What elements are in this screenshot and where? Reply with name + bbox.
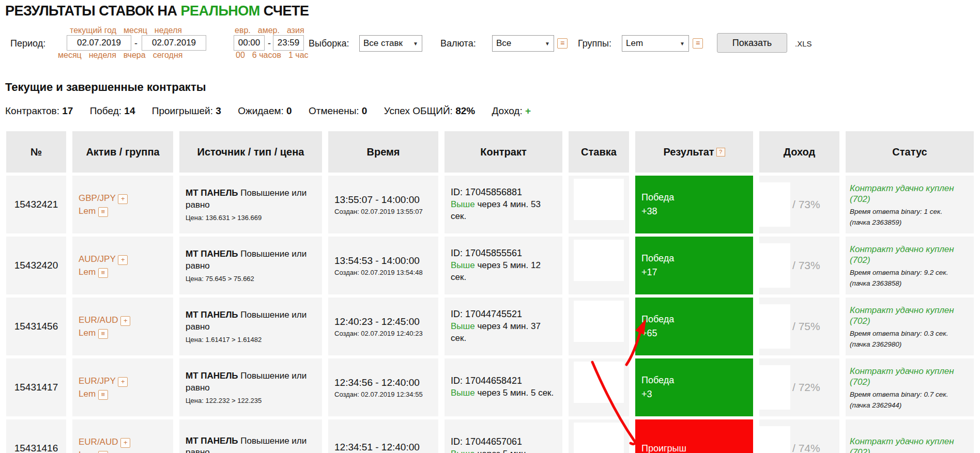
link-today[interactable]: сегодня <box>153 51 183 59</box>
income-cell: / 73% <box>759 237 839 294</box>
result-label: Победа <box>641 373 753 387</box>
col-header-income: Доход <box>759 131 839 173</box>
direction-label: Выше <box>451 321 475 331</box>
link-europe[interactable]: евр. <box>235 26 251 35</box>
date-from-input[interactable] <box>67 35 131 51</box>
link-00[interactable]: 00 <box>236 51 245 59</box>
result-label: Победа <box>641 252 753 265</box>
income-percent: / 75% <box>792 320 820 333</box>
link-yesterday[interactable]: вчера <box>124 51 146 59</box>
group-link[interactable]: Lem <box>79 328 96 338</box>
show-button[interactable]: Показать <box>717 33 787 53</box>
link-month[interactable]: месяц <box>58 51 82 59</box>
bet-cell <box>569 358 629 416</box>
time-cell: 12:34:56 - 12:40:00 Создан: 02.07.2019 1… <box>328 358 438 416</box>
list-icon[interactable]: ≡ <box>98 207 108 217</box>
expand-icon[interactable]: + <box>120 438 130 448</box>
time-from-input[interactable] <box>234 35 265 51</box>
asset-cell: EUR/JPY + Lem ≡ <box>72 358 173 416</box>
contract-cell: ID: 17044745521 Выше через 4 мин. 37 сек… <box>445 298 562 355</box>
contract-number: 15431416 <box>6 419 66 453</box>
expand-icon[interactable]: + <box>118 194 128 204</box>
link-america[interactable]: амер. <box>258 26 280 35</box>
currency-list-icon[interactable]: ≡ <box>557 38 568 49</box>
table-row: 15432421 GBP/JPY + Lem ≡ МТ ПАНЕЛЬ Повыш… <box>6 176 974 233</box>
link-6-hours[interactable]: 6 часов <box>252 51 281 59</box>
stat-success-total: Успех ОБЩИЙ: 82% <box>384 105 475 116</box>
chevron-down-icon: ▼ <box>413 41 418 46</box>
list-icon[interactable]: ≡ <box>98 390 108 400</box>
time-cell: 13:55:07 - 14:00:00 Создан: 02.07.2019 1… <box>328 176 438 233</box>
asset-cell: EUR/AUD + Lem ≡ <box>72 419 173 453</box>
currency-select[interactable]: Все ▼ <box>492 35 554 52</box>
status-main: Контракт удачно куплен (702) <box>850 244 972 266</box>
help-icon[interactable]: ? <box>716 148 725 157</box>
source-cell: МТ ПАНЕЛЬ Повышение или равно Цена: 1.61… <box>179 298 322 355</box>
hidden-income-amount <box>759 304 790 349</box>
income-expand-link[interactable]: + <box>525 105 531 116</box>
list-icon[interactable]: ≡ <box>98 451 108 453</box>
expand-icon[interactable]: + <box>118 377 128 387</box>
group-link[interactable]: Lem <box>79 389 96 399</box>
asset-link[interactable]: EUR/AUD <box>79 315 118 325</box>
period-label: Период: <box>10 38 45 49</box>
hidden-bet-amount <box>574 362 624 403</box>
result-cell: Победа +65 <box>635 298 753 355</box>
asset-link[interactable]: EUR/AUD <box>79 437 118 447</box>
col-header-source: Источник / тип / цена <box>179 131 322 173</box>
contract-cell: ID: 17045855561 Выше через 5 мин. 12 сек… <box>445 237 562 294</box>
status-batch: (пачка 2363859) <box>850 218 972 226</box>
hidden-income-amount <box>759 243 790 288</box>
asset-link[interactable]: AUD/JPY <box>79 254 116 264</box>
source-cell: МТ ПАНЕЛЬ Повышение или равно Цена: 122.… <box>179 358 322 416</box>
group-link[interactable]: Lem <box>79 206 96 216</box>
groups-select[interactable]: Lem ▼ <box>622 35 689 52</box>
groups-select-value: Lem <box>626 38 643 49</box>
status-response-time: Время ответа binary: 0.3 сек. <box>850 330 972 337</box>
status-cell: Контракт удачно куплен (702) <box>846 419 974 453</box>
expand-icon[interactable]: + <box>118 255 128 265</box>
date-to-input[interactable] <box>142 35 206 51</box>
link-current-year[interactable]: текущий год <box>70 26 116 35</box>
income-cell: / 75% <box>759 298 839 355</box>
result-cell: Победа +3 <box>635 358 753 416</box>
time-cell: 13:54:53 - 14:00:00 Создан: 02.07.2019 1… <box>328 237 438 294</box>
link-1-hour[interactable]: 1 час <box>288 51 309 59</box>
list-icon[interactable]: ≡ <box>98 268 108 278</box>
direction-label: Выше <box>451 449 475 453</box>
income-percent: / 72% <box>792 381 820 394</box>
contract-number: 15431456 <box>6 298 66 355</box>
asset-link[interactable]: GBP/JPY <box>79 193 116 203</box>
groups-list-icon[interactable]: ≡ <box>693 38 703 49</box>
hidden-income-amount <box>759 426 790 453</box>
link-week-top[interactable]: неделя <box>155 26 182 35</box>
group-link[interactable]: Lem <box>79 450 96 453</box>
status-batch: (пачка 2363858) <box>850 279 972 287</box>
stat-cancelled: Отменены: 0 <box>309 105 367 116</box>
income-percent: / 74% <box>792 442 820 453</box>
xls-export-link[interactable]: .XLS <box>795 39 812 48</box>
result-cell: Победа +17 <box>635 237 753 294</box>
table-header-row: № Актив / группа Источник / тип / цена В… <box>6 131 974 173</box>
group-link[interactable]: Lem <box>79 267 96 277</box>
direction-label: Выше <box>451 199 475 209</box>
time-quick-links-bottom: 006 часов1 час <box>236 51 316 60</box>
sample-select[interactable]: Все ставк ▼ <box>359 35 422 52</box>
link-asia[interactable]: азия <box>287 26 304 35</box>
link-week[interactable]: неделя <box>89 51 116 59</box>
status-cell: Контракт удачно куплен (702) Время ответ… <box>846 237 974 294</box>
chevron-down-icon: ▼ <box>680 41 685 46</box>
time-to-input[interactable] <box>273 35 304 51</box>
bet-cell <box>569 176 629 233</box>
asset-link[interactable]: EUR/JPY <box>79 376 116 386</box>
page-title-prefix: РЕЗУЛЬТАТЫ СТАВОК НА <box>5 3 181 19</box>
results-page: РЕЗУЛЬТАТЫ СТАВОК НА РЕАЛЬНОМ СЧЕТЕ Пери… <box>0 0 980 453</box>
status-response-time: Время ответа binary: 1 сек. <box>850 208 972 215</box>
expand-icon[interactable]: + <box>120 316 130 326</box>
link-month-top[interactable]: месяц <box>124 26 147 35</box>
hidden-income-amount <box>759 365 790 410</box>
list-icon[interactable]: ≡ <box>98 329 108 339</box>
hidden-bet-amount <box>574 301 624 342</box>
result-value: +38 <box>641 205 753 218</box>
section-title: Текущие и завершенные контракты <box>5 81 206 94</box>
